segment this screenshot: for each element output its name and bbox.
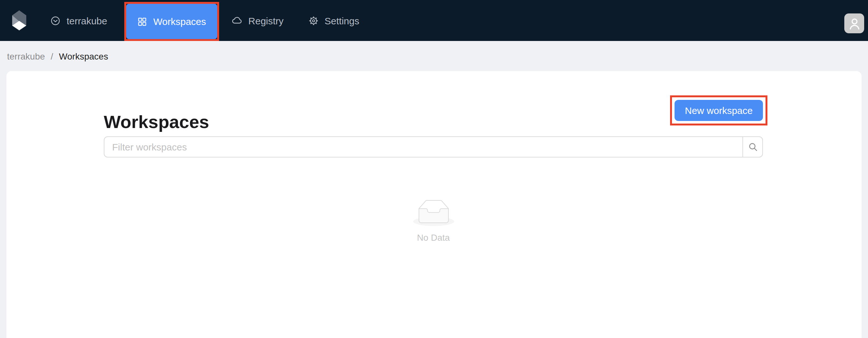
search-icon — [747, 141, 758, 153]
tab-registry-label: Registry — [248, 15, 283, 26]
title-row: Workspaces New workspace — [104, 95, 763, 134]
tab-settings-label: Settings — [324, 15, 359, 26]
top-navbar: terrakube Workspaces — [0, 0, 868, 41]
tab-settings[interactable]: Settings — [296, 0, 371, 41]
workspaces-card: Workspaces New workspace — [6, 71, 862, 338]
search-button[interactable] — [742, 136, 763, 158]
tab-workspaces[interactable]: Workspaces — [126, 4, 217, 39]
user-icon — [847, 16, 861, 30]
cloud-icon — [231, 15, 243, 26]
org-selector-label: terrakube — [67, 15, 107, 26]
annotation-box-workspaces-tab: Workspaces — [125, 2, 219, 41]
new-workspace-button[interactable]: New workspace — [675, 100, 763, 121]
filter-row — [104, 136, 763, 158]
breadcrumb-separator: / — [51, 51, 53, 61]
page-title: Workspaces — [104, 111, 209, 134]
filter-workspaces-input[interactable] — [104, 136, 743, 158]
breadcrumb-org[interactable]: terrakube — [7, 51, 45, 61]
empty-state: No Data — [104, 200, 763, 243]
terrakube-hexagon-logo — [12, 10, 26, 31]
user-avatar[interactable] — [844, 13, 864, 33]
down-circle-icon — [50, 15, 61, 26]
gear-icon — [308, 15, 319, 26]
app-logo[interactable] — [12, 10, 26, 31]
app-root: terrakube Workspaces — [0, 0, 868, 338]
tab-registry[interactable]: Registry — [219, 0, 296, 41]
appstore-icon — [137, 16, 148, 27]
empty-inbox-icon — [413, 200, 454, 226]
tab-workspaces-label: Workspaces — [153, 16, 206, 27]
annotation-box-new-workspace: New workspace — [670, 95, 768, 126]
org-selector[interactable]: terrakube — [39, 0, 117, 41]
empty-state-text: No Data — [417, 232, 450, 243]
breadcrumb-current: Workspaces — [59, 51, 108, 61]
breadcrumb: terrakube / Workspaces — [0, 41, 868, 71]
